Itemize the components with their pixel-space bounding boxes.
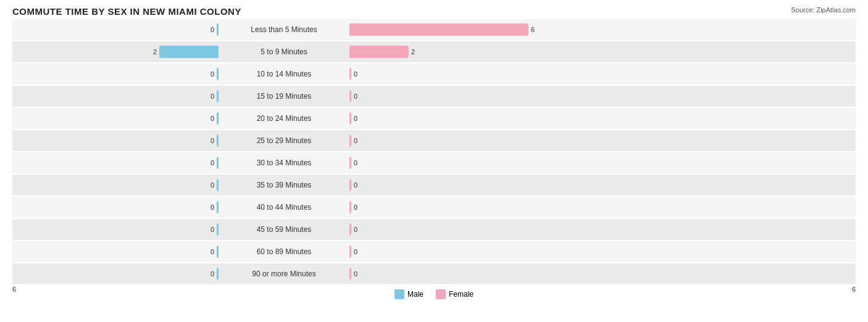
male-value: 0 [206, 137, 214, 144]
bar-row: 0 25 to 29 Minutes 0 [12, 130, 856, 151]
bottom-axis: 6 Male Female 6 [12, 286, 856, 299]
chart-area: 0 Less than 5 Minutes 6 2 5 to 9 Minutes… [12, 19, 856, 284]
axis-right-val: 6 [852, 286, 856, 299]
left-bar-wrapper: 0 [12, 23, 219, 36]
legend-male: Male [394, 289, 424, 299]
right-section: 0 [346, 219, 556, 240]
male-value: 2 [148, 48, 157, 56]
male-bar [159, 46, 219, 58]
legend-female-box [436, 289, 446, 299]
legend-male-label: Male [407, 290, 424, 299]
left-bar-wrapper: 0 [12, 223, 219, 236]
female-value: 0 [354, 204, 362, 211]
male-value: 0 [206, 270, 214, 278]
row-label: 40 to 44 Minutes [222, 203, 346, 212]
female-value: 0 [354, 248, 362, 255]
female-bar [349, 246, 351, 258]
left-bar-wrapper: 0 [12, 134, 219, 147]
left-bar-wrapper: 0 [12, 68, 219, 80]
bar-row: 0 20 to 24 Minutes 0 [12, 108, 856, 129]
right-section: 0 [346, 152, 556, 173]
bar-row: 0 90 or more Minutes 0 [12, 263, 856, 284]
male-value: 0 [206, 115, 214, 122]
female-value: 0 [354, 270, 362, 278]
row-label: 15 to 19 Minutes [222, 92, 346, 101]
right-section: 0 [346, 197, 556, 218]
right-bar-wrapper: 0 [349, 201, 556, 213]
row-label: 60 to 89 Minutes [222, 247, 346, 256]
female-bar [349, 68, 351, 80]
chart-container: COMMUTE TIME BY SEX IN NEW MIAMI COLONY … [0, 0, 868, 322]
male-bar [217, 134, 219, 147]
male-bar [217, 246, 219, 258]
row-label: 10 to 14 Minutes [222, 70, 346, 78]
left-bar-wrapper: 0 [12, 268, 219, 280]
right-bar-wrapper: 6 [349, 23, 556, 36]
right-section: 0 [346, 64, 556, 85]
male-bar [217, 201, 219, 213]
female-value: 0 [354, 115, 362, 122]
left-section: 0 [12, 64, 222, 85]
female-bar [349, 23, 528, 36]
male-bar [217, 268, 219, 280]
male-bar [217, 90, 219, 102]
left-section: 0 [12, 241, 222, 262]
female-bar [349, 112, 351, 125]
bar-row: 0 10 to 14 Minutes 0 [12, 64, 856, 85]
left-bar-wrapper: 0 [12, 90, 219, 102]
left-bar-wrapper: 2 [12, 46, 219, 58]
row-label: 20 to 24 Minutes [222, 114, 346, 123]
male-value: 0 [206, 70, 214, 78]
male-value: 0 [206, 248, 214, 255]
bar-row: 0 40 to 44 Minutes 0 [12, 197, 856, 218]
right-section: 6 [346, 19, 556, 40]
left-bar-wrapper: 0 [12, 179, 219, 191]
male-value: 0 [206, 181, 214, 189]
female-bar [349, 223, 351, 236]
legend-female: Female [436, 289, 474, 299]
female-bar [349, 201, 351, 213]
bar-row: 0 45 to 59 Minutes 0 [12, 219, 856, 240]
right-bar-wrapper: 0 [349, 134, 556, 147]
female-bar [349, 134, 351, 147]
row-label: 35 to 39 Minutes [222, 181, 346, 189]
left-section: 0 [12, 86, 222, 107]
left-section: 0 [12, 175, 222, 196]
left-section: 0 [12, 19, 222, 40]
left-bar-wrapper: 0 [12, 201, 219, 213]
right-section: 0 [346, 130, 556, 151]
female-bar [349, 90, 351, 102]
legend-female-label: Female [449, 290, 474, 299]
left-section: 0 [12, 108, 222, 129]
female-value: 0 [354, 226, 362, 233]
female-value: 0 [354, 159, 362, 167]
row-label: 25 to 29 Minutes [222, 136, 346, 145]
bar-row: 0 35 to 39 Minutes 0 [12, 175, 856, 196]
legend: Male Female [394, 289, 474, 299]
right-bar-wrapper: 0 [349, 157, 556, 169]
female-value: 0 [354, 137, 362, 144]
female-bar [349, 268, 351, 280]
bar-row: 0 60 to 89 Minutes 0 [12, 241, 856, 262]
right-bar-wrapper: 0 [349, 223, 556, 236]
row-label: 5 to 9 Minutes [222, 47, 346, 56]
male-bar [217, 157, 219, 169]
left-section: 2 [12, 41, 222, 62]
bar-row: 0 Less than 5 Minutes 6 [12, 19, 856, 40]
bar-row: 0 30 to 34 Minutes 0 [12, 152, 856, 173]
female-bar [349, 157, 351, 169]
right-section: 0 [346, 241, 556, 262]
male-value: 0 [206, 93, 214, 100]
male-value: 0 [206, 204, 214, 211]
row-label: 90 or more Minutes [222, 270, 346, 278]
male-value: 0 [206, 159, 214, 167]
right-section: 2 [346, 41, 556, 62]
legend-male-box [394, 289, 404, 299]
row-label: Less than 5 Minutes [222, 25, 346, 34]
right-section: 0 [346, 263, 556, 284]
female-value: 0 [354, 181, 362, 189]
left-section: 0 [12, 219, 222, 240]
female-value: 0 [354, 93, 362, 100]
male-bar [217, 23, 219, 36]
right-section: 0 [346, 86, 556, 107]
